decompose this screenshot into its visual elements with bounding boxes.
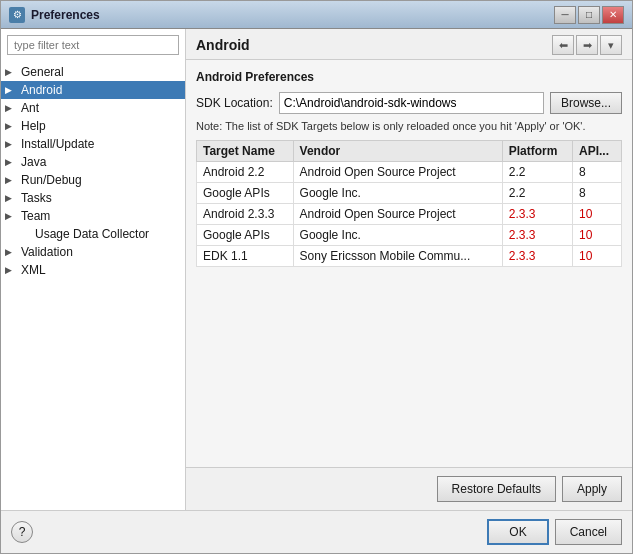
table-cell: 8 bbox=[573, 162, 622, 183]
tree-area: ▶General▶Android▶Ant▶Help▶Install/Update… bbox=[1, 61, 185, 510]
expand-icon-tasks: ▶ bbox=[5, 193, 19, 203]
sidebar-item-label-ant: Ant bbox=[21, 101, 181, 115]
title-bar: ⚙ Preferences ─ □ ✕ bbox=[1, 1, 632, 29]
table-cell: Google Inc. bbox=[293, 183, 502, 204]
sidebar-item-label-tasks: Tasks bbox=[21, 191, 181, 205]
sidebar-item-general[interactable]: ▶General bbox=[1, 63, 185, 81]
table-body: Android 2.2Android Open Source Project2.… bbox=[197, 162, 622, 267]
nav-forward-button[interactable]: ➡ bbox=[576, 35, 598, 55]
sidebar-item-ant[interactable]: ▶Ant bbox=[1, 99, 185, 117]
apply-button[interactable]: Apply bbox=[562, 476, 622, 502]
table-cell: 2.3.3 bbox=[502, 225, 572, 246]
sidebar-item-label-install-update: Install/Update bbox=[21, 137, 181, 151]
expand-icon-general: ▶ bbox=[5, 67, 19, 77]
dialog-footer: ? OK Cancel bbox=[1, 510, 632, 553]
help-button[interactable]: ? bbox=[11, 521, 33, 543]
table-row[interactable]: Android 2.3.3Android Open Source Project… bbox=[197, 204, 622, 225]
sidebar-item-xml[interactable]: ▶XML bbox=[1, 261, 185, 279]
table-header: Target NameVendorPlatformAPI... bbox=[197, 141, 622, 162]
expand-icon-validation: ▶ bbox=[5, 247, 19, 257]
minimize-button[interactable]: ─ bbox=[554, 6, 576, 24]
table-cell: Android Open Source Project bbox=[293, 204, 502, 225]
right-panel: Android ⬅ ➡ ▾ Android Preferences SDK Lo… bbox=[186, 29, 632, 510]
sdk-label: SDK Location: bbox=[196, 96, 273, 110]
browse-button[interactable]: Browse... bbox=[550, 92, 622, 114]
table-header-cell: Vendor bbox=[293, 141, 502, 162]
expand-icon-help: ▶ bbox=[5, 121, 19, 131]
expand-icon-ant: ▶ bbox=[5, 103, 19, 113]
nav-dropdown-button[interactable]: ▾ bbox=[600, 35, 622, 55]
table-row[interactable]: EDK 1.1Sony Ericsson Mobile Commu...2.3.… bbox=[197, 246, 622, 267]
sidebar-item-label-android: Android bbox=[21, 83, 181, 97]
table-cell: Google APIs bbox=[197, 225, 294, 246]
sdk-row: SDK Location: Browse... bbox=[196, 92, 622, 114]
table-cell: 8 bbox=[573, 183, 622, 204]
window-icon: ⚙ bbox=[9, 7, 25, 23]
sidebar-item-label-help: Help bbox=[21, 119, 181, 133]
table-row[interactable]: Android 2.2Android Open Source Project2.… bbox=[197, 162, 622, 183]
table-row[interactable]: Google APIsGoogle Inc.2.28 bbox=[197, 183, 622, 204]
table-cell: Android 2.2 bbox=[197, 162, 294, 183]
sidebar-item-help[interactable]: ▶Help bbox=[1, 117, 185, 135]
right-body: Android Preferences SDK Location: Browse… bbox=[186, 60, 632, 467]
sidebar-item-label-validation: Validation bbox=[21, 245, 181, 259]
table-row[interactable]: Google APIsGoogle Inc.2.3.310 bbox=[197, 225, 622, 246]
sidebar-item-label-run-debug: Run/Debug bbox=[21, 173, 181, 187]
sidebar-item-label-java: Java bbox=[21, 155, 181, 169]
sidebar: ▶General▶Android▶Ant▶Help▶Install/Update… bbox=[1, 29, 186, 510]
expand-icon-java: ▶ bbox=[5, 157, 19, 167]
bottom-bar: Restore Defaults Apply bbox=[186, 467, 632, 510]
section-title: Android Preferences bbox=[196, 70, 622, 84]
table-header-cell: Target Name bbox=[197, 141, 294, 162]
panel-title: Android bbox=[196, 37, 250, 53]
preferences-window: ⚙ Preferences ─ □ ✕ ▶General▶Android▶Ant… bbox=[0, 0, 633, 554]
restore-defaults-button[interactable]: Restore Defaults bbox=[437, 476, 556, 502]
cancel-button[interactable]: Cancel bbox=[555, 519, 622, 545]
footer-left: ? bbox=[11, 521, 481, 543]
table-cell: 10 bbox=[573, 225, 622, 246]
sidebar-item-usage-data-collector[interactable]: Usage Data Collector bbox=[1, 225, 185, 243]
table-cell: 10 bbox=[573, 204, 622, 225]
filter-input[interactable] bbox=[7, 35, 179, 55]
table-cell: EDK 1.1 bbox=[197, 246, 294, 267]
close-button[interactable]: ✕ bbox=[602, 6, 624, 24]
table-header-cell: API... bbox=[573, 141, 622, 162]
nav-back-button[interactable]: ⬅ bbox=[552, 35, 574, 55]
table-cell: 2.2 bbox=[502, 183, 572, 204]
sidebar-item-label-xml: XML bbox=[21, 263, 181, 277]
table-cell: Sony Ericsson Mobile Commu... bbox=[293, 246, 502, 267]
ok-button[interactable]: OK bbox=[487, 519, 548, 545]
table-header-row: Target NameVendorPlatformAPI... bbox=[197, 141, 622, 162]
sdk-path-input[interactable] bbox=[279, 92, 544, 114]
table-cell: 10 bbox=[573, 246, 622, 267]
sidebar-item-java[interactable]: ▶Java bbox=[1, 153, 185, 171]
nav-buttons: ⬅ ➡ ▾ bbox=[552, 35, 622, 55]
sidebar-item-run-debug[interactable]: ▶Run/Debug bbox=[1, 171, 185, 189]
sidebar-item-label-usage-data-collector: Usage Data Collector bbox=[35, 227, 181, 241]
sidebar-item-install-update[interactable]: ▶Install/Update bbox=[1, 135, 185, 153]
sidebar-item-android[interactable]: ▶Android bbox=[1, 81, 185, 99]
table-cell: 2.3.3 bbox=[502, 204, 572, 225]
window-title: Preferences bbox=[31, 8, 554, 22]
maximize-button[interactable]: □ bbox=[578, 6, 600, 24]
main-content: ▶General▶Android▶Ant▶Help▶Install/Update… bbox=[1, 29, 632, 510]
table-header-cell: Platform bbox=[502, 141, 572, 162]
title-bar-buttons: ─ □ ✕ bbox=[554, 6, 624, 24]
sidebar-item-team[interactable]: ▶Team bbox=[1, 207, 185, 225]
expand-icon-xml: ▶ bbox=[5, 265, 19, 275]
table-cell: Android 2.3.3 bbox=[197, 204, 294, 225]
expand-icon-install-update: ▶ bbox=[5, 139, 19, 149]
table-cell: 2.2 bbox=[502, 162, 572, 183]
expand-icon-run-debug: ▶ bbox=[5, 175, 19, 185]
sidebar-item-tasks[interactable]: ▶Tasks bbox=[1, 189, 185, 207]
note-text: Note: The list of SDK Targets below is o… bbox=[196, 120, 622, 132]
sidebar-item-validation[interactable]: ▶Validation bbox=[1, 243, 185, 261]
right-header: Android ⬅ ➡ ▾ bbox=[186, 29, 632, 60]
table-cell: Google APIs bbox=[197, 183, 294, 204]
table-cell: 2.3.3 bbox=[502, 246, 572, 267]
expand-icon-team: ▶ bbox=[5, 211, 19, 221]
targets-table: Target NameVendorPlatformAPI... Android … bbox=[196, 140, 622, 267]
sidebar-item-label-general: General bbox=[21, 65, 181, 79]
sidebar-item-label-team: Team bbox=[21, 209, 181, 223]
table-cell: Google Inc. bbox=[293, 225, 502, 246]
